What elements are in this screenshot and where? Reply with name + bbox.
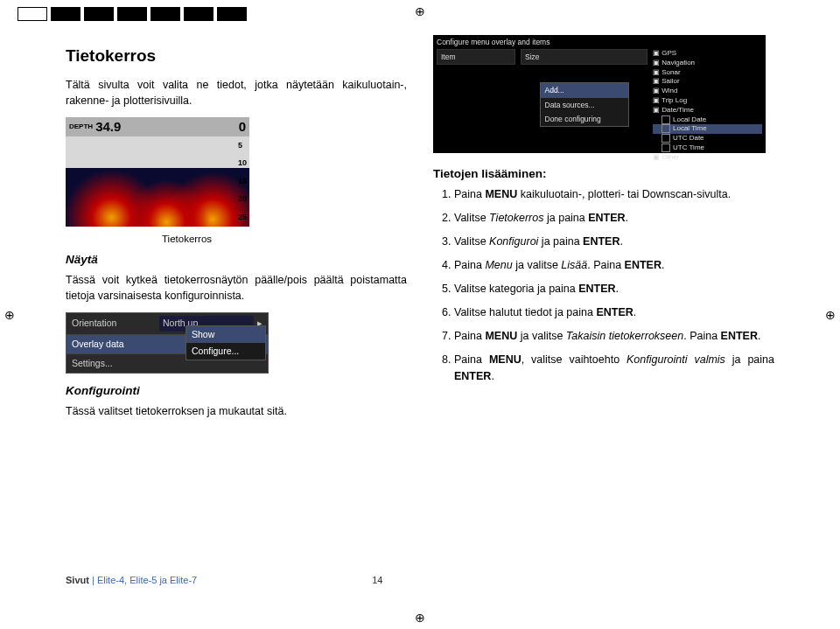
step-7: Paina MENU ja valitse Takaisin tietokerr… (454, 328, 774, 344)
page-number: 14 (372, 575, 382, 585)
add-data-heading: Tietojen lisääminen: (433, 165, 774, 183)
steps-list: Paina MENU kaikuluotain-, plotteri- tai … (433, 186, 774, 384)
registration-mark-left: ⊕ (4, 308, 15, 322)
sonar-caption: Tietokerros (162, 232, 407, 247)
depth-label: DEPTH (69, 122, 93, 132)
registration-mark-right: ⊕ (825, 308, 836, 322)
registration-mark-bottom: ⊕ (415, 611, 425, 625)
configure-screenshot: Configure menu overlay and items Item Si… (433, 35, 766, 153)
step-2: Valitse Tietokerros ja paina ENTER. (454, 210, 774, 226)
step-8: Paina MENU, valitse vaihtoehto Konfiguro… (454, 352, 774, 383)
print-color-bar (18, 7, 247, 21)
page-footer: Sivut | Elite-4, Elite-5 ja Elite-7 14 (66, 575, 382, 585)
step-5: Valitse kategoria ja paina ENTER. (454, 281, 774, 297)
subhead-nayta: Näytä (66, 251, 407, 269)
konf-paragraph: Tässä valitset tietokerroksen ja mukauta… (66, 403, 407, 419)
nayta-paragraph: Tässä voit kytkeä tietokerrosnäytön pääl… (66, 272, 407, 304)
intro-paragraph: Tältä sivulta voit valita ne tiedot, jot… (66, 77, 407, 108)
sonar-scale: 5 10 15 20 25 (238, 140, 247, 223)
section-title: Tietokerros (66, 44, 407, 68)
registration-mark-top: ⊕ (415, 4, 425, 18)
step-6: Valitse halutut tiedot ja paina ENTER. (454, 304, 774, 320)
overlay-menu-screenshot: OrientationNorth up▸ Overlay data▸ Show … (66, 312, 269, 374)
step-1: Paina MENU kaikuluotain-, plotteri- tai … (454, 186, 774, 202)
step-4: Paina Menu ja valitse Lisää. Paina ENTER… (454, 257, 774, 273)
sonar-zero: 0 (239, 117, 246, 136)
depth-value: 34.9 (95, 117, 121, 136)
data-tree: ▣ GPS ▣ Navigation ▣ Sonar ▣ Sailor ▣ Wi… (653, 49, 762, 150)
sonar-screenshot: DEPTH 34.9 0 ◄ 8.6 ft 5 10 15 20 25 (66, 117, 249, 227)
step-3: Valitse Konfiguroi ja paina ENTER. (454, 234, 774, 249)
subhead-konfigurointi: Konfigurointi (66, 382, 407, 400)
